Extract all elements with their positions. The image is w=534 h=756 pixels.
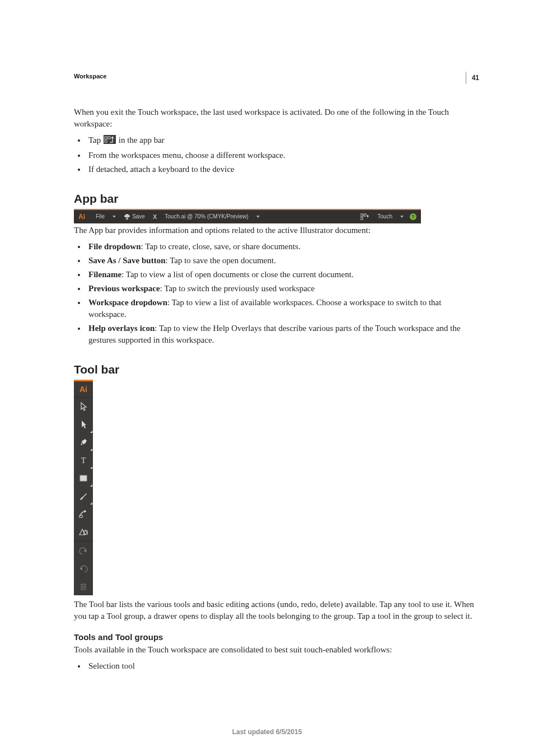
term: Save As / Save button [88, 256, 166, 265]
list-item: Save As / Save button: Tap to save the o… [86, 255, 479, 267]
shape-builder-icon [79, 528, 88, 536]
svg-point-13 [86, 532, 87, 533]
selection-tool[interactable] [74, 398, 93, 416]
ai-logo: Ai [74, 381, 93, 398]
tool-groups-heading: Tools and Tool groups [74, 632, 479, 642]
workspace-label[interactable]: Touch [373, 213, 396, 220]
term: Previous workspace [88, 284, 160, 293]
page-number: 41 [466, 72, 479, 84]
filename-label: Touch.ai @ 70% (CMYK/Preview) [165, 213, 249, 220]
save-label: Save [132, 213, 145, 220]
save-button[interactable]: Save [120, 213, 149, 220]
type-tool[interactable]: T [74, 451, 93, 469]
redo-button[interactable] [74, 559, 93, 577]
close-icon: X [153, 213, 157, 220]
desc: : Tap to switch the previously used work… [160, 284, 315, 293]
list-item: Selection tool [86, 660, 479, 672]
chevron-down-icon [400, 216, 404, 218]
list-item: Tap in the app bar [86, 134, 479, 147]
touch-label: Touch [377, 213, 392, 220]
page: 41 Workspace When you exit the Touch wor… [0, 0, 534, 756]
toolbar-caption: The Tool bar lists the various tools and… [74, 599, 479, 622]
pen-icon [79, 438, 88, 447]
term: Workspace dropdown [88, 298, 167, 307]
cloud-save-icon [124, 213, 130, 220]
rectangle-icon [79, 475, 87, 482]
footer-updated: Last updated 6/5/2015 [0, 728, 534, 736]
toolbar-heading: Tool bar [74, 363, 479, 376]
delete-button[interactable] [74, 577, 93, 595]
trash-icon [80, 582, 87, 590]
direct-selection-tool[interactable] [74, 416, 93, 433]
rectangle-tool[interactable] [74, 469, 93, 487]
chevron-down-icon [256, 216, 260, 218]
list-item: Filename: Tap to view a list of open doc… [86, 269, 479, 281]
undo-icon [79, 547, 88, 554]
list-item: If detached, attach a keyboard to the de… [86, 164, 479, 175]
desc: : Tap to save the open document. [166, 256, 276, 265]
chevron-down-icon [113, 216, 116, 218]
svg-text:T: T [81, 456, 86, 464]
brush-tool[interactable] [74, 487, 93, 505]
tool-groups-intro: Tools available in the Touch workspace a… [74, 644, 479, 656]
appbar-heading: App bar [74, 192, 479, 206]
appbar-screenshot: Ai File Save X Touch.ai @ 70% (CMYK/Prev… [74, 209, 421, 223]
list-item: From the workspaces menu, choose a diffe… [86, 150, 479, 161]
svg-rect-4 [360, 214, 363, 216]
close-document-button[interactable]: X [149, 213, 161, 220]
appbar-bullet-list: File dropdown: Tap to create, close, sav… [74, 241, 479, 346]
svg-point-12 [85, 530, 86, 531]
previous-workspace-button[interactable] [357, 213, 373, 220]
selection-arrow-icon [79, 402, 87, 411]
direct-selection-icon [80, 420, 87, 429]
term: Filename [88, 270, 121, 279]
tap-text-pre: Tap [88, 136, 103, 144]
file-dropdown-arrow[interactable] [109, 216, 120, 218]
svg-rect-6 [360, 217, 363, 220]
help-overlays-button[interactable]: ? [410, 213, 416, 220]
list-item: Workspace dropdown: Tap to view a list o… [86, 297, 479, 320]
workspace-dropdown-arrow[interactable] [396, 216, 407, 218]
desc: : Tap to create, close, save, or share d… [141, 242, 301, 251]
free-transform-tool[interactable] [74, 505, 93, 523]
pen-tool[interactable] [74, 433, 93, 451]
free-transform-icon [79, 510, 88, 519]
appbar-caption: The App bar provides information and opt… [74, 225, 479, 236]
filename-dropdown-arrow[interactable] [252, 216, 264, 218]
list-item: Help overlays icon: Tap to view the Help… [86, 323, 479, 346]
file-label: File [96, 213, 105, 220]
file-menu[interactable]: File [92, 213, 109, 220]
workspace-grid-icon [360, 213, 369, 220]
list-item: File dropdown: Tap to create, close, sav… [86, 241, 479, 253]
desc: : Tap to view a list of open documents o… [121, 270, 353, 279]
tap-text-post: in the app bar [116, 136, 165, 144]
type-icon: T [79, 456, 87, 464]
intro-bullet-list: Tap in the app bar From the workspaces m… [74, 134, 479, 175]
redo-icon [79, 564, 88, 572]
undo-button[interactable] [74, 542, 93, 559]
list-item: Previous workspace: Tap to switch the pr… [86, 283, 479, 295]
svg-point-7 [82, 442, 83, 444]
intro-paragraph: When you exit the Touch workspace, the l… [74, 106, 479, 130]
svg-rect-5 [364, 214, 366, 216]
term: File dropdown [88, 242, 141, 251]
workspace-switch-icon [103, 135, 116, 147]
tool-groups-list: Selection tool [74, 660, 479, 672]
ai-logo: Ai [74, 213, 92, 221]
toolbar-screenshot: Ai T [74, 380, 93, 595]
filename-display[interactable]: Touch.ai @ 70% (CMYK/Preview) [161, 213, 252, 220]
svg-rect-9 [80, 475, 87, 481]
term: Help overlays icon [88, 324, 154, 333]
shape-builder-tool[interactable] [74, 523, 93, 541]
running-header: Workspace [74, 73, 479, 80]
paintbrush-icon [79, 492, 88, 501]
